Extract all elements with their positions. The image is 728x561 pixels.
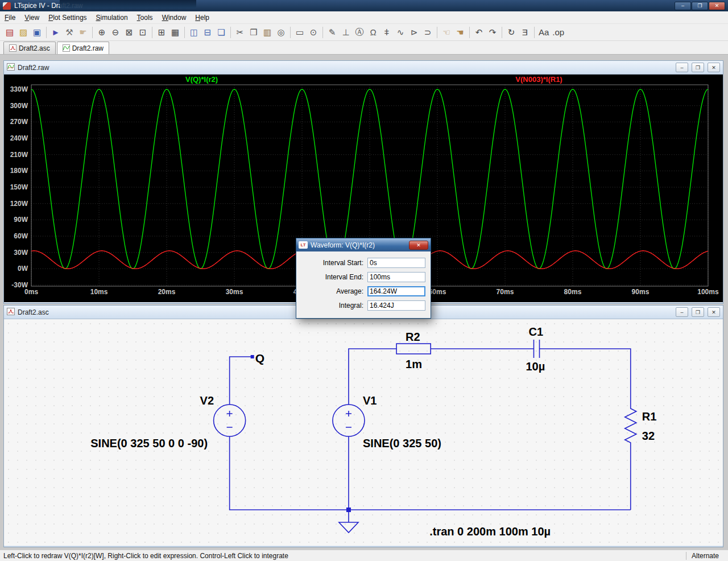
undo-icon[interactable]: ↶ (472, 26, 486, 39)
run-icon[interactable]: ► (49, 26, 63, 39)
autorange-icon[interactable]: ⊞ (155, 26, 168, 39)
place-capacitor-icon[interactable]: ǂ (380, 26, 394, 39)
average-row: Average: 164.24W (301, 286, 425, 296)
schematic-canvas[interactable]: Q V2 SINE(0 325 50 0 0 -90) V1 SINE(0 32… (4, 319, 723, 546)
cut-icon[interactable]: ✂ (233, 26, 247, 39)
find-icon[interactable]: ◎ (274, 26, 288, 39)
q-node-dot (251, 355, 254, 358)
v1-value-label[interactable]: SINE(0 325 50) (363, 437, 441, 449)
v1-voltage-source[interactable] (333, 405, 365, 436)
zoom-area-icon[interactable]: ⊡ (136, 26, 150, 39)
move-icon[interactable]: ☜ (440, 26, 453, 39)
menu-view[interactable]: View (20, 12, 44, 23)
zoom-in-icon[interactable]: ⊕ (95, 26, 109, 39)
r1-resistor[interactable] (625, 406, 636, 449)
v2-voltage-source[interactable] (214, 405, 246, 436)
toolbar-separator (184, 27, 185, 38)
x-tick-label: 70ms (497, 288, 514, 296)
waveform-minimize-button[interactable]: – (676, 63, 688, 72)
close-button[interactable]: ✕ (709, 2, 725, 10)
waveform-window-title: Draft2.raw (18, 64, 672, 72)
c1-name-label[interactable]: C1 (528, 325, 543, 338)
new-schematic-icon[interactable]: ▤ (3, 26, 16, 39)
menu-window[interactable]: Window (158, 12, 191, 23)
redo-icon[interactable]: ↷ (486, 26, 499, 39)
dialog-title-bar[interactable]: LT Waveform: V(Q)*I(r2) ✕ (296, 238, 431, 251)
x-tick-label: 0ms (24, 288, 38, 296)
text-icon[interactable]: Aa (537, 26, 551, 39)
mirror-icon[interactable]: Ǝ (518, 26, 532, 39)
cascade-windows-icon[interactable]: ❏ (214, 26, 228, 39)
schematic-restore-button[interactable]: ❐ (692, 307, 704, 317)
waveform-restore-button[interactable]: ❐ (692, 63, 704, 72)
waveform-close-button[interactable]: ✕ (708, 63, 720, 72)
paste-icon[interactable]: ▥ (260, 26, 274, 39)
r2-name-label[interactable]: R2 (406, 331, 420, 343)
waveform-window-title-bar[interactable]: Draft2.raw – ❐ ✕ (4, 61, 723, 75)
menu-plot-settings[interactable]: Plot Settings (44, 12, 91, 23)
schematic-canvas-area[interactable]: Q V2 SINE(0 325 50 0 0 -90) V1 SINE(0 32… (4, 319, 723, 546)
tab-draft2-asc[interactable]: Draft2.asc (3, 42, 56, 54)
open-file-icon[interactable]: ▨ (16, 26, 30, 39)
schematic-minimize-button[interactable]: – (676, 307, 688, 317)
v2-name-label[interactable]: V2 (200, 394, 214, 407)
r1-name-label[interactable]: R1 (642, 410, 657, 423)
halt-icon[interactable]: ☛ (76, 26, 90, 39)
trace-label[interactable]: V(Q)*I(r2) (185, 75, 218, 84)
drag-icon[interactable]: ☚ (453, 26, 467, 39)
y-tick-label: 300W (10, 102, 28, 110)
copy-icon[interactable]: ❒ (247, 26, 260, 39)
interval-start-field[interactable]: 0s (367, 258, 425, 268)
place-label-icon[interactable]: Ⓐ (353, 26, 366, 39)
spice-directive-icon[interactable]: .op (551, 26, 566, 39)
place-ground-icon[interactable]: ⊥ (339, 26, 353, 39)
place-diode-icon[interactable]: ⊳ (407, 26, 421, 39)
wire[interactable] (539, 349, 630, 406)
x-tick-label: 90ms (632, 288, 650, 296)
place-component-icon[interactable]: ⊃ (421, 26, 435, 39)
place-inductor-icon[interactable]: ∿ (394, 26, 407, 39)
tab-draft2-raw[interactable]: Draft2.raw (57, 42, 109, 54)
zoom-full-extents-icon[interactable]: ⊠ (122, 26, 136, 39)
print-preview-icon[interactable]: ⊙ (307, 26, 320, 39)
schematic-close-button[interactable]: ✕ (708, 307, 720, 317)
title-bar[interactable]: LTspice IV - Draft2.raw – ❐ ✕ (0, 0, 728, 11)
dialog-close-button[interactable]: ✕ (409, 241, 428, 250)
minimize-button[interactable]: – (675, 2, 691, 10)
average-field[interactable]: 164.24W (367, 286, 425, 296)
ground-symbol[interactable] (339, 510, 358, 533)
integral-field[interactable]: 16.424J (367, 300, 425, 311)
zoom-back-icon[interactable]: ⊖ (109, 26, 122, 39)
print-icon[interactable]: ▭ (293, 26, 307, 39)
r2-resistor[interactable] (396, 344, 431, 354)
r2-value-label[interactable]: 1m (406, 358, 422, 370)
q-node-label[interactable]: Q (255, 352, 264, 365)
restore-button[interactable]: ❐ (692, 2, 708, 10)
c1-value-label[interactable]: 10µ (526, 360, 545, 373)
y-tick-label: 240W (10, 134, 28, 142)
r1-value-label[interactable]: 32 (642, 430, 655, 442)
save-icon[interactable]: ▣ (30, 26, 44, 39)
tran-directive-label[interactable]: .tran 0 200m 100m 10µ (429, 525, 551, 538)
menu-file[interactable]: File (0, 12, 20, 23)
interval-end-field[interactable]: 100ms (367, 272, 425, 282)
v2-value-label[interactable]: SINE(0 325 50 0 0 -90) (90, 437, 208, 449)
trace-label[interactable]: V(N003)*I(R1) (515, 75, 562, 84)
tile-vertical-icon[interactable]: ◫ (187, 26, 201, 39)
menu-tools[interactable]: Tools (133, 12, 158, 23)
v1-name-label[interactable]: V1 (363, 394, 377, 407)
waveform-dialog: LT Waveform: V(Q)*I(r2) ✕ Interval Start… (296, 238, 431, 319)
tile-horizontal-icon[interactable]: ⊟ (201, 26, 214, 39)
place-resistor-icon[interactable]: Ω (366, 26, 380, 39)
y-tick-label: 30W (14, 249, 28, 257)
wire[interactable] (230, 357, 253, 405)
menu-simulation[interactable]: Simulation (92, 12, 133, 23)
grid-icon[interactable]: ▦ (168, 26, 182, 39)
control-panel-icon[interactable]: ⚒ (63, 26, 76, 39)
toolbar-separator (534, 27, 535, 38)
tab-waveform-icon (63, 44, 70, 52)
menu-help[interactable]: Help (191, 12, 214, 23)
c1-capacitor[interactable] (533, 340, 539, 358)
rotate-icon[interactable]: ↻ (504, 26, 518, 39)
draw-wire-icon[interactable]: ✎ (325, 26, 339, 39)
